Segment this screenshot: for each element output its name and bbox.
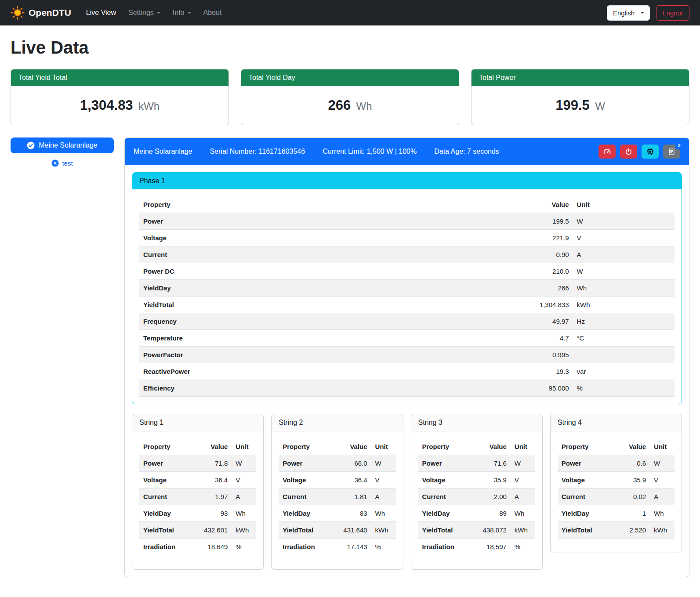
string-table: Property Value Unit Power71.6WVoltage35.… — [418, 438, 535, 555]
row-unit: Wh — [371, 505, 396, 522]
row-unit: V — [573, 230, 675, 246]
row-property: YieldDay — [139, 505, 191, 522]
row-value: 18.597 — [470, 539, 511, 555]
row-property: Irradiation — [279, 539, 330, 555]
row-property: Voltage — [279, 472, 330, 488]
col-unit: Unit — [573, 196, 675, 213]
nav-live-view[interactable]: Live View — [82, 5, 120, 20]
phase-table: Property Value Unit Power199.5WVoltage22… — [139, 196, 675, 397]
row-unit: A — [511, 488, 535, 505]
row-unit: W — [232, 455, 256, 472]
row-unit: A — [573, 246, 675, 263]
device-info-button[interactable] — [642, 145, 659, 159]
row-property: YieldTotal — [418, 522, 470, 539]
table-row: YieldTotal432.601kWh — [139, 522, 256, 539]
nav-about-label: About — [203, 9, 222, 17]
language-select[interactable]: English — [607, 5, 650, 21]
row-value: 95.000 — [397, 380, 573, 397]
row-property: Voltage — [558, 472, 613, 488]
card-body: 266 Wh — [241, 86, 459, 125]
col-property: Property — [558, 438, 613, 455]
col-unit: Unit — [232, 438, 256, 455]
limit-settings-button[interactable] — [598, 145, 616, 159]
inverter-panel: Meine Solaranlage Serial Number: 1161716… — [124, 137, 689, 577]
phase-card: Phase 1 Property Value Unit Power199.5WV… — [132, 172, 682, 404]
string-title: String 4 — [551, 414, 682, 431]
nav-right: English Logout — [607, 5, 689, 21]
table-row: Efficiency95.000% — [139, 380, 675, 397]
row-property: Irradiation — [139, 539, 191, 555]
row-unit — [573, 347, 675, 363]
row-property: Power — [558, 455, 613, 472]
row-unit: kWh — [573, 297, 675, 313]
row-property: PowerFactor — [139, 347, 397, 363]
row-unit: V — [650, 472, 675, 488]
row-property: Irradiation — [418, 539, 470, 555]
table-row: Irradiation17.143% — [279, 539, 395, 555]
row-property: Voltage — [139, 472, 191, 488]
table-row: Voltage36.4V — [279, 472, 395, 488]
card-unit: kWh — [138, 100, 160, 112]
row-unit: kWh — [232, 522, 256, 539]
caret-down-icon — [157, 12, 160, 14]
row-value: 71.6 — [470, 455, 511, 472]
row-unit: % — [573, 380, 675, 397]
table-row: Voltage35.9V — [558, 472, 675, 488]
string-card-2: String 2 Property Value Unit — [271, 414, 403, 570]
table-row: YieldTotal2.520kWh — [558, 522, 675, 539]
row-value: 4.7 — [397, 330, 573, 347]
row-value: 2.520 — [613, 522, 650, 539]
table-row: Current0.90A — [139, 246, 675, 263]
string-table: Property Value Unit Power71.8WVoltage36.… — [139, 438, 256, 555]
card-unit: W — [595, 100, 605, 112]
table-row: Power DC210.0W — [139, 263, 675, 280]
nav-settings-label: Settings — [128, 9, 154, 17]
card-body: 199.5 W — [472, 86, 689, 125]
row-value: 0.02 — [613, 488, 650, 505]
phase-title: Phase 1 — [132, 173, 682, 189]
card-body: 1,304.83 kWh — [11, 86, 228, 125]
inverter-serial: Serial Number: 116171603546 — [210, 148, 305, 156]
nav-info[interactable]: Info — [168, 5, 196, 20]
nav-settings[interactable]: Settings — [124, 5, 165, 20]
logout-button[interactable]: Logout — [656, 5, 689, 21]
card-total-yield-total: Total Yield Total 1,304.83 kWh — [11, 69, 229, 125]
table-row: ReactivePower19.3var — [139, 363, 675, 380]
nav-links: Live View Settings Info About — [82, 5, 226, 20]
row-value: 36.4 — [330, 472, 371, 488]
inverter-item-test[interactable]: test — [11, 159, 114, 167]
power-button[interactable] — [620, 145, 637, 159]
brand[interactable]: OpenDTU — [11, 6, 71, 20]
card-value: 199.5 — [555, 98, 590, 113]
row-property: Frequency — [139, 313, 397, 330]
caret-down-icon — [641, 12, 644, 14]
table-row: Current0.02A — [558, 488, 675, 505]
nav-about[interactable]: About — [199, 5, 226, 20]
row-property: YieldDay — [279, 505, 330, 522]
table-row: Power0.6W — [558, 455, 675, 472]
row-unit: W — [511, 455, 535, 472]
table-row: Current2.00A — [418, 488, 535, 505]
inverter-name: Meine Solaranlage — [134, 148, 192, 156]
table-row: Power199.5W — [139, 213, 675, 230]
row-property: YieldTotal — [139, 297, 397, 313]
nav-info-label: Info — [173, 9, 185, 17]
row-property: YieldTotal — [558, 522, 613, 539]
sun-logo-icon — [11, 6, 25, 20]
table-row: YieldTotal431.640kWh — [279, 522, 395, 539]
col-unit: Unit — [650, 438, 675, 455]
row-unit: W — [650, 455, 675, 472]
summary-row: Total Yield Total 1,304.83 kWh Total Yie… — [11, 69, 689, 125]
row-unit: Wh — [232, 505, 256, 522]
power-icon — [625, 148, 632, 156]
row-value: 89 — [470, 505, 511, 522]
col-unit: Unit — [511, 438, 535, 455]
row-unit: % — [232, 539, 256, 555]
event-log-button[interactable]: 2 — [663, 145, 680, 159]
row-unit: Wh — [573, 280, 675, 297]
inverter-select-button[interactable]: Meine Solaranlage — [11, 137, 114, 153]
card-unit: Wh — [356, 100, 372, 112]
table-row: Power71.6W — [418, 455, 535, 472]
card-title: Total Yield Day — [241, 69, 459, 86]
table-row: YieldTotal1,304.833kWh — [139, 297, 675, 313]
